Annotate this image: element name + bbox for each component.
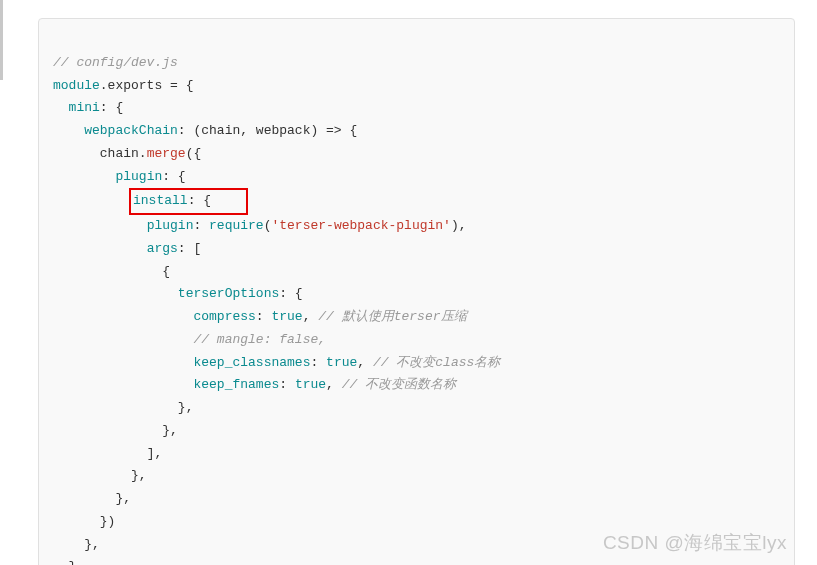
code-line: ],	[53, 446, 162, 461]
code-line: {	[53, 264, 170, 279]
code-line: install: {	[53, 193, 248, 208]
comment: // 不改变函数名称	[342, 377, 456, 392]
comment: // 不改变class名称	[373, 355, 500, 370]
highlighted-install-key: install: {	[129, 188, 248, 215]
code-line: },	[53, 468, 147, 483]
code-line: keep_classnames: true, // 不改变class名称	[53, 355, 500, 370]
code-line: // config/dev.js	[53, 55, 178, 70]
code-line: },	[53, 491, 131, 506]
code-line: terserOptions: {	[53, 286, 303, 301]
page: // config/dev.js module.exports = { mini…	[0, 0, 817, 565]
code-line: plugin: {	[53, 169, 186, 184]
code-line: mini: {	[53, 100, 123, 115]
watermark-text: CSDN @海绵宝宝lyx	[603, 526, 787, 559]
code-line: compress: true, // 默认使用terser压缩	[53, 309, 467, 324]
code-block: // config/dev.js module.exports = { mini…	[38, 18, 795, 565]
code-line: // mangle: false,	[53, 332, 326, 347]
code-line: keep_fnames: true, // 不改变函数名称	[53, 377, 456, 392]
code-line: plugin: require('terser-webpack-plugin')…	[53, 218, 467, 233]
left-edge-decoration	[0, 0, 3, 80]
code-line: },	[53, 559, 84, 565]
code-line: },	[53, 400, 193, 415]
comment: // config/dev.js	[53, 55, 178, 70]
code-line: },	[53, 537, 100, 552]
comment: // 默认使用terser压缩	[318, 309, 466, 324]
code-line: webpackChain: (chain, webpack) => {	[53, 123, 357, 138]
comment: // mangle: false,	[193, 332, 326, 347]
code-line: args: [	[53, 241, 201, 256]
code-line: },	[53, 423, 178, 438]
code-line: })	[53, 514, 115, 529]
code-line: chain.merge({	[53, 146, 201, 161]
code-line: module.exports = {	[53, 78, 193, 93]
